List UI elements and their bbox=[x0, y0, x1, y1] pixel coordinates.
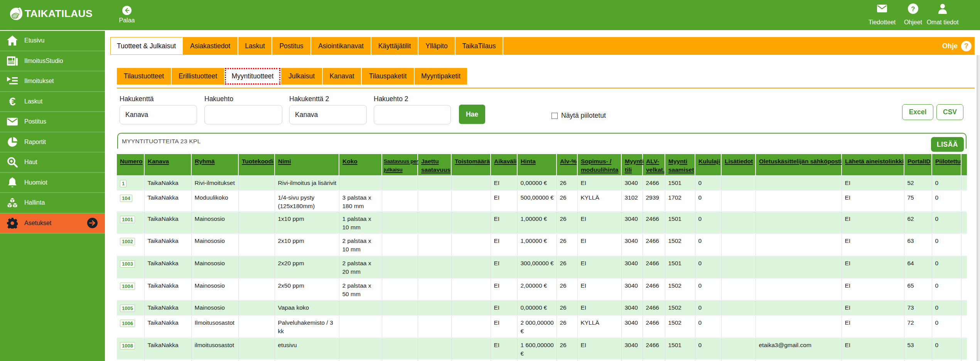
svg-text:?: ? bbox=[911, 5, 915, 12]
svg-text:€: € bbox=[9, 96, 16, 107]
